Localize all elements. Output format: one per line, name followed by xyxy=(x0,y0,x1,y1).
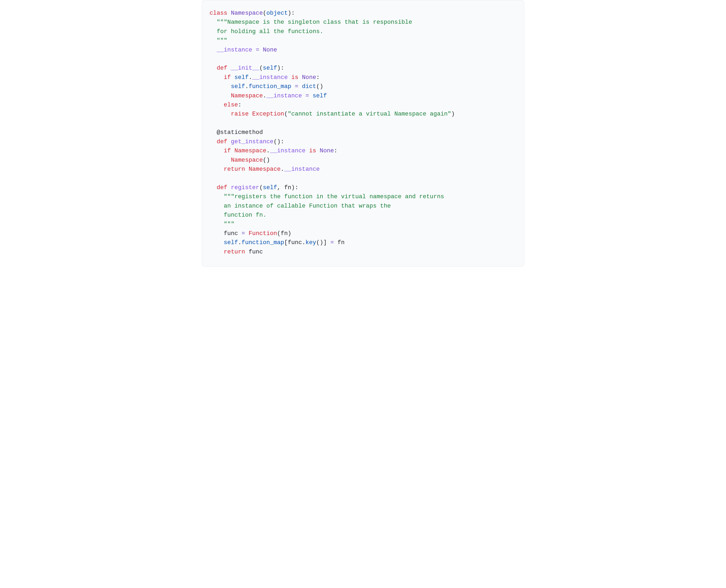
code-token: . xyxy=(263,92,266,99)
code-token xyxy=(209,47,217,54)
code-token: is xyxy=(309,148,320,154)
code-token xyxy=(209,139,217,145)
code-token: func xyxy=(224,230,238,237)
code-token: ) xyxy=(451,111,455,118)
code-token: ): xyxy=(291,184,298,191)
code-token: register xyxy=(231,184,260,191)
code-token: if xyxy=(224,148,234,154)
code-line: if self.__instance is None: xyxy=(209,74,320,81)
code-token xyxy=(209,83,231,90)
code-token: """registers the function in the virtual… xyxy=(224,193,444,200)
code-token: """Namespace is the singleton class that… xyxy=(217,19,412,26)
code-token: : xyxy=(238,102,242,108)
code-token xyxy=(291,83,295,90)
code-line: func = Function(fn) xyxy=(209,230,291,237)
code-line: return Namespace.__instance xyxy=(209,166,320,173)
code-line: class Namespace(object): xyxy=(209,10,295,17)
code-token xyxy=(209,249,224,255)
code-line: """ xyxy=(209,37,227,44)
code-token: self xyxy=(231,83,245,90)
code-token: function_map xyxy=(242,239,284,246)
code-token: () xyxy=(263,157,270,164)
code-token: for holding all the functions. xyxy=(209,28,323,35)
code-token: __instance xyxy=(266,92,302,99)
code-token xyxy=(209,102,224,108)
code-block[interactable]: class Namespace(object): """Namespace is… xyxy=(209,9,517,257)
code-token xyxy=(238,230,242,237)
code-token: """ xyxy=(209,221,234,228)
code-token: def xyxy=(217,139,231,145)
code-token xyxy=(252,47,256,54)
code-line: Namespace() xyxy=(209,157,270,164)
code-token: self xyxy=(313,92,327,99)
code-token: Function xyxy=(249,230,277,237)
code-token: = xyxy=(295,83,298,90)
code-line: """registers the function in the virtual… xyxy=(209,193,444,200)
code-token: ( xyxy=(284,111,288,118)
code-line: else: xyxy=(209,102,242,108)
code-line: raise Exception("cannot instantiate a vi… xyxy=(209,111,455,118)
code-token xyxy=(245,230,249,237)
code-token: self xyxy=(224,239,238,246)
code-token: return xyxy=(224,166,249,173)
code-token: , xyxy=(277,184,284,191)
code-token: else xyxy=(224,102,238,108)
code-token: () xyxy=(316,83,324,90)
code-token: . xyxy=(249,74,252,81)
code-token: __instance xyxy=(252,74,288,81)
code-token xyxy=(302,92,305,99)
code-line: Namespace.__instance = self xyxy=(209,92,327,99)
code-token xyxy=(209,184,217,191)
code-token: self xyxy=(234,74,249,81)
code-token xyxy=(306,148,309,154)
code-token: "cannot instantiate a virtual Namespace … xyxy=(288,111,451,118)
code-token: func xyxy=(249,249,263,255)
code-token: __instance xyxy=(270,148,305,154)
code-token: : xyxy=(316,74,320,81)
code-token: fn xyxy=(337,239,345,246)
code-token: ( xyxy=(263,10,266,17)
code-token: fn xyxy=(284,184,291,191)
code-token: is xyxy=(291,74,302,81)
code-token: dict xyxy=(302,83,316,90)
code-token xyxy=(209,148,224,154)
code-token: get_instance xyxy=(231,139,274,145)
code-token: __instance xyxy=(284,166,320,173)
code-token xyxy=(209,111,231,118)
code-line: def get_instance(): xyxy=(209,139,284,145)
code-token: self xyxy=(263,184,277,191)
code-token: func xyxy=(288,239,302,246)
code-token: function_map xyxy=(249,83,291,90)
code-token: if xyxy=(224,74,234,81)
code-line: for holding all the functions. xyxy=(209,28,323,35)
code-token: [ xyxy=(284,239,288,246)
code-token xyxy=(327,239,330,246)
code-token: = xyxy=(330,239,334,246)
code-line: @staticmethod xyxy=(209,129,263,136)
code-token: Namespace xyxy=(231,92,263,99)
code-line: """Namespace is the singleton class that… xyxy=(209,19,412,26)
code-token: . xyxy=(302,239,305,246)
code-token: object xyxy=(266,10,288,17)
code-token: def xyxy=(217,184,231,191)
code-token: class xyxy=(209,10,231,17)
code-token xyxy=(298,83,302,90)
code-token xyxy=(288,74,291,81)
code-line: """ xyxy=(209,221,234,228)
code-token: None xyxy=(263,47,277,54)
code-token: . xyxy=(245,83,249,90)
code-line: an instance of callable Function that wr… xyxy=(209,203,391,209)
code-token xyxy=(209,19,217,26)
code-token: : xyxy=(334,148,337,154)
code-token: __instance xyxy=(217,47,252,54)
code-token: Namespace xyxy=(231,157,263,164)
code-line: if Namespace.__instance is None: xyxy=(209,148,337,154)
code-token: return xyxy=(224,249,249,255)
code-token xyxy=(209,157,231,164)
code-token: ): xyxy=(288,10,295,17)
code-token xyxy=(209,92,231,99)
code-token: raise xyxy=(231,111,252,118)
code-token xyxy=(209,129,217,136)
code-token xyxy=(209,166,224,173)
code-token: ) xyxy=(288,230,291,237)
